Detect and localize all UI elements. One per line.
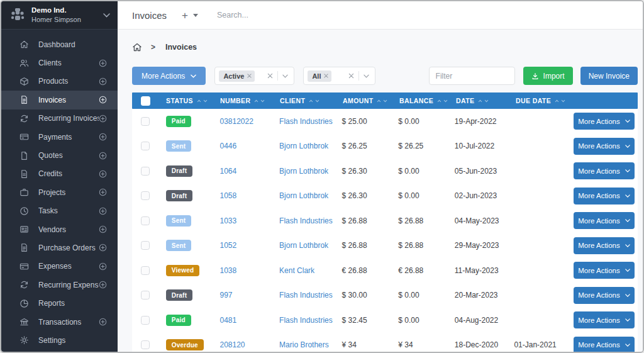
row-more-actions-button[interactable]: More Actions bbox=[574, 337, 635, 353]
add-purchase-order-icon[interactable] bbox=[99, 244, 107, 252]
row-checkbox[interactable] bbox=[141, 241, 150, 250]
sort-icons[interactable] bbox=[197, 99, 208, 103]
row-checkbox[interactable] bbox=[141, 167, 150, 176]
row-more-actions-button[interactable]: More Actions bbox=[574, 162, 635, 179]
add-transaction-icon[interactable] bbox=[99, 318, 107, 326]
invoice-number-link[interactable]: 1033 bbox=[219, 216, 236, 225]
sidebar-item-dashboard[interactable]: Dashboard bbox=[1, 35, 118, 53]
sidebar-item-transactions[interactable]: Transactions bbox=[1, 313, 118, 331]
invoice-number-link[interactable]: 0481 bbox=[219, 316, 236, 325]
status-filter-select[interactable]: Active bbox=[214, 67, 294, 85]
row-checkbox[interactable] bbox=[141, 266, 150, 275]
invoice-number-link[interactable]: 1052 bbox=[219, 241, 236, 250]
sort-icons[interactable] bbox=[309, 99, 319, 103]
sidebar-item-payments[interactable]: Payments bbox=[1, 128, 118, 146]
row-checkbox[interactable] bbox=[141, 340, 150, 349]
add-task-icon[interactable] bbox=[99, 207, 107, 215]
client-link[interactable]: Bjorn Lothbrok bbox=[279, 167, 328, 176]
row-checkbox[interactable] bbox=[141, 216, 150, 225]
sidebar-item-reports[interactable]: Reports bbox=[1, 294, 118, 312]
filter-input[interactable] bbox=[429, 67, 515, 85]
remove-chip-icon[interactable] bbox=[324, 74, 328, 78]
sidebar-item-recurring-invoices[interactable]: Recurring Invoices bbox=[1, 109, 118, 128]
invoice-number-link[interactable]: 03812022 bbox=[219, 117, 253, 126]
column-header-balance[interactable]: BALANCE bbox=[394, 97, 451, 104]
add-vendor-icon[interactable] bbox=[99, 225, 107, 233]
client-link[interactable]: Mario Brothers bbox=[279, 340, 329, 349]
chevron-down-icon[interactable] bbox=[103, 13, 110, 18]
row-more-actions-button[interactable]: More Actions bbox=[574, 311, 635, 328]
add-project-icon[interactable] bbox=[99, 188, 107, 196]
row-more-actions-button[interactable]: More Actions bbox=[574, 188, 635, 205]
row-more-actions-button[interactable]: More Actions bbox=[574, 287, 635, 304]
column-header-client[interactable]: CLIENT bbox=[275, 97, 338, 104]
sidebar-item-products[interactable]: Products bbox=[1, 72, 118, 91]
client-link[interactable]: Bjorn Lothbrok bbox=[279, 191, 328, 200]
sidebar-item-clients[interactable]: Clients bbox=[1, 53, 118, 72]
invoice-number-link[interactable]: 208120 bbox=[219, 340, 245, 349]
row-checkbox[interactable] bbox=[141, 117, 150, 126]
row-more-actions-button[interactable]: More Actions bbox=[574, 237, 635, 254]
row-checkbox[interactable] bbox=[141, 191, 150, 200]
client-link[interactable]: Bjorn Lothbrok bbox=[279, 142, 328, 150]
client-link[interactable]: Flash Industries bbox=[279, 117, 333, 126]
client-link[interactable]: Kent Clark bbox=[279, 266, 314, 275]
new-invoice-button[interactable]: New Invoice bbox=[580, 67, 638, 85]
sidebar-item-vendors[interactable]: Vendors bbox=[1, 220, 118, 238]
client-link[interactable]: Flash Industries bbox=[279, 316, 333, 325]
sidebar-item-tasks[interactable]: Tasks bbox=[1, 202, 118, 220]
sort-icons[interactable] bbox=[254, 99, 265, 103]
sidebar-item-expenses[interactable]: Expenses bbox=[1, 257, 118, 276]
search-input[interactable] bbox=[217, 11, 355, 20]
row-checkbox[interactable] bbox=[141, 291, 150, 300]
add-recurring-expense-icon[interactable] bbox=[99, 281, 107, 289]
invoice-number-link[interactable]: 1064 bbox=[219, 167, 236, 176]
sort-icons[interactable] bbox=[478, 99, 489, 103]
more-actions-button[interactable]: More Actions bbox=[132, 67, 206, 85]
row-more-actions-button[interactable]: More Actions bbox=[574, 212, 635, 229]
add-client-icon[interactable] bbox=[99, 59, 107, 67]
column-header-number[interactable]: NUMBER bbox=[215, 97, 275, 104]
client-link[interactable]: Flash Industries bbox=[279, 291, 333, 300]
sidebar-item-recurring-expenses[interactable]: Recurring Expenses bbox=[1, 276, 118, 294]
sidebar-item-quotes[interactable]: Quotes bbox=[1, 146, 118, 164]
column-header-date[interactable]: DATE bbox=[451, 97, 511, 104]
add-recurring-invoice-icon[interactable] bbox=[99, 115, 107, 123]
remove-chip-icon[interactable] bbox=[247, 74, 252, 78]
add-product-icon[interactable] bbox=[99, 77, 107, 86]
clear-filter-icon[interactable] bbox=[267, 73, 273, 79]
sidebar-item-settings[interactable]: Settings bbox=[1, 331, 118, 349]
invoice-number-link[interactable]: 1058 bbox=[219, 191, 236, 200]
row-more-actions-button[interactable]: More Actions bbox=[574, 138, 635, 155]
secondary-filter-select[interactable]: All bbox=[303, 67, 375, 85]
column-header-due-date[interactable]: DUE DATE bbox=[511, 97, 570, 104]
sort-icons[interactable] bbox=[377, 99, 387, 103]
row-more-actions-button[interactable]: More Actions bbox=[574, 113, 635, 130]
company-switcher[interactable]: Demo Ind. Homer Simpson bbox=[1, 1, 118, 30]
home-icon[interactable] bbox=[132, 42, 142, 52]
add-payment-icon[interactable] bbox=[99, 133, 107, 141]
row-checkbox[interactable] bbox=[141, 316, 150, 325]
invoice-number-link[interactable]: 1038 bbox=[219, 266, 236, 275]
sort-icons[interactable] bbox=[555, 99, 565, 103]
chevron-down-icon[interactable] bbox=[282, 74, 288, 78]
row-checkbox[interactable] bbox=[141, 142, 150, 150]
column-header-amount[interactable]: AMOUNT bbox=[338, 97, 394, 104]
invoice-number-link[interactable]: 997 bbox=[219, 291, 232, 300]
column-header-status[interactable]: STATUS bbox=[161, 97, 215, 104]
add-invoice-icon[interactable] bbox=[99, 96, 107, 104]
client-link[interactable]: Bjorn Lothbrok bbox=[279, 241, 328, 250]
tab-menu-caret-icon[interactable] bbox=[193, 14, 198, 17]
sidebar-item-credits[interactable]: Credits bbox=[1, 165, 118, 183]
sidebar-item-invoices[interactable]: Invoices bbox=[1, 91, 118, 109]
add-expense-icon[interactable] bbox=[99, 262, 107, 271]
invoice-number-link[interactable]: 0446 bbox=[219, 142, 236, 150]
select-all-checkbox[interactable] bbox=[141, 96, 150, 106]
clear-filter-icon[interactable] bbox=[348, 73, 354, 79]
sort-icons[interactable] bbox=[437, 99, 448, 103]
import-button[interactable]: Import bbox=[523, 67, 573, 85]
row-more-actions-button[interactable]: More Actions bbox=[574, 262, 635, 279]
sidebar-item-purchase-orders[interactable]: Purchase Orders bbox=[1, 238, 118, 257]
chevron-down-icon[interactable] bbox=[364, 74, 369, 78]
sidebar-item-projects[interactable]: Projects bbox=[1, 183, 118, 201]
